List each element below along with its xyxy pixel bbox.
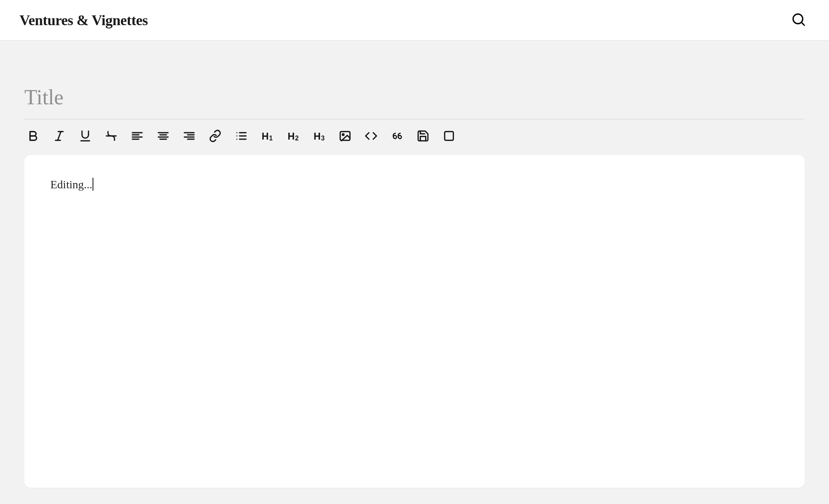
align-left-button[interactable]	[130, 129, 145, 144]
svg-rect-27	[445, 131, 453, 140]
svg-point-26	[342, 134, 344, 135]
text-cursor	[93, 178, 93, 191]
align-center-icon	[157, 129, 170, 144]
strikethrough-icon	[105, 129, 118, 144]
align-right-button[interactable]	[182, 129, 196, 144]
site-title: Ventures & Vignettes	[19, 12, 148, 29]
code-button[interactable]	[364, 129, 378, 144]
strikethrough-button[interactable]	[104, 129, 119, 144]
h3-icon: H3	[313, 131, 324, 141]
heading3-button[interactable]: H3	[312, 129, 326, 144]
svg-line-1	[801, 22, 804, 25]
editor-area: H1 H2 H3	[0, 41, 829, 488]
quote-button[interactable]	[390, 129, 404, 144]
italic-icon	[53, 129, 66, 144]
bold-button[interactable]	[26, 129, 41, 144]
quote-icon	[391, 129, 404, 144]
underline-button[interactable]	[78, 129, 93, 144]
square-icon	[443, 129, 456, 144]
editor-text: Editing...	[50, 178, 92, 191]
underline-icon	[79, 129, 92, 144]
align-right-icon	[183, 129, 196, 144]
formatting-toolbar: H1 H2 H3	[24, 119, 805, 155]
list-icon	[235, 129, 248, 144]
post-body-editor[interactable]: Editing...	[50, 178, 779, 462]
image-button[interactable]	[338, 129, 352, 144]
search-icon	[791, 12, 806, 28]
heading1-button[interactable]: H1	[260, 129, 274, 144]
search-button[interactable]	[788, 9, 810, 32]
align-center-button[interactable]	[156, 129, 171, 144]
post-title-input[interactable]	[24, 85, 805, 119]
svg-point-24	[236, 138, 237, 140]
list-button[interactable]	[234, 129, 248, 144]
top-bar: Ventures & Vignettes	[0, 0, 829, 41]
card-button[interactable]	[442, 129, 456, 144]
svg-line-4	[58, 131, 61, 140]
image-icon	[339, 129, 352, 144]
save-button[interactable]	[416, 129, 430, 144]
code-icon	[365, 129, 378, 144]
link-icon	[209, 129, 222, 144]
svg-point-23	[236, 135, 237, 136]
link-button[interactable]	[208, 129, 222, 144]
svg-point-22	[236, 132, 237, 133]
h1-icon: H1	[261, 131, 272, 141]
heading2-button[interactable]: H2	[286, 129, 300, 144]
save-icon	[417, 129, 430, 144]
italic-button[interactable]	[52, 129, 67, 144]
h2-icon: H2	[287, 131, 298, 141]
align-left-icon	[131, 129, 144, 144]
bold-icon	[27, 129, 40, 144]
editor-body-panel: Editing...	[24, 155, 805, 488]
